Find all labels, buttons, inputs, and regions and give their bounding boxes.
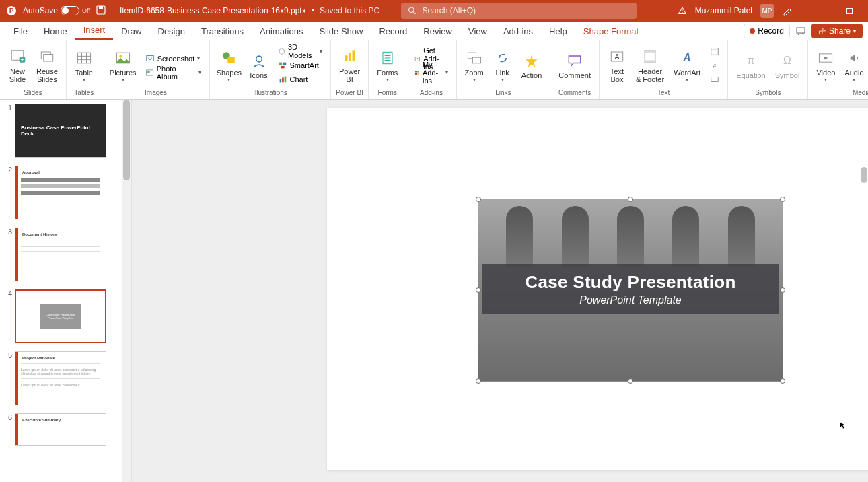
shapes-button[interactable]: Shapes ▾ bbox=[214, 42, 244, 88]
smartart-button[interactable]: SmartArt bbox=[274, 59, 326, 73]
warning-icon[interactable] bbox=[678, 6, 687, 15]
tab-record[interactable]: Record bbox=[371, 23, 415, 40]
svg-rect-49 bbox=[415, 73, 417, 74]
date-time-button[interactable] bbox=[706, 44, 723, 59]
slide-thumbnail-5[interactable]: 5 Project RationaleLorem ipsum dolor sit… bbox=[0, 347, 131, 409]
minimize-button[interactable] bbox=[801, 0, 828, 22]
audio-button[interactable]: Audio ▾ bbox=[840, 42, 867, 88]
selected-image-object[interactable]: Case Study Presentation PowerPoint Templ… bbox=[478, 199, 783, 381]
svg-rect-35 bbox=[281, 66, 284, 69]
header-footer-button[interactable]: Header & Footer bbox=[632, 42, 668, 88]
filename-dropdown-icon[interactable]: ▾ bbox=[385, 8, 388, 14]
slide-thumbnail-4[interactable]: 4 Case Study PresentationPowerPoint Temp… bbox=[0, 285, 131, 347]
slide-thumbnail-6[interactable]: 6 Executive Summary bbox=[0, 409, 131, 450]
tab-addins[interactable]: Add-ins bbox=[495, 23, 541, 40]
link-icon bbox=[493, 48, 512, 67]
svg-rect-38 bbox=[284, 77, 286, 83]
my-addins-button[interactable]: My Add-ins▾ bbox=[410, 65, 451, 79]
link-button[interactable]: Link ▾ bbox=[489, 42, 516, 88]
wordart-button[interactable]: A WordArt ▾ bbox=[670, 42, 704, 88]
tab-help[interactable]: Help bbox=[541, 23, 575, 40]
autosave-toggle[interactable]: AutoSave Off bbox=[23, 6, 90, 15]
resize-handle-tl[interactable] bbox=[476, 197, 481, 202]
slide-thumbnail-3[interactable]: 3 Document History bbox=[0, 223, 131, 285]
slide-thumbnail-1[interactable]: 1 Business Case PowerPoint Deck bbox=[0, 100, 131, 162]
search-input[interactable] bbox=[422, 6, 630, 15]
reuse-slides-button[interactable]: Reuse Slides bbox=[32, 42, 62, 88]
powerbi-button[interactable]: Power BI bbox=[335, 42, 364, 88]
zoom-button[interactable]: Zoom ▾ bbox=[461, 42, 488, 88]
record-button[interactable]: Record bbox=[744, 24, 790, 38]
svg-text:Ω: Ω bbox=[783, 55, 791, 66]
svg-rect-62 bbox=[711, 77, 719, 82]
pen-icon[interactable] bbox=[782, 5, 793, 16]
svg-rect-26 bbox=[146, 55, 153, 61]
tab-shape-format[interactable]: Shape Format bbox=[575, 23, 647, 40]
tab-slideshow[interactable]: Slide Show bbox=[311, 23, 371, 40]
tab-insert[interactable]: Insert bbox=[75, 22, 114, 40]
tab-animations[interactable]: Animations bbox=[252, 23, 311, 40]
user-name[interactable]: Muzammil Patel bbox=[695, 6, 752, 15]
svg-rect-9 bbox=[846, 8, 852, 13]
svg-rect-40 bbox=[349, 53, 351, 61]
search-box[interactable] bbox=[401, 3, 637, 19]
canvas-scrollbar-vertical[interactable] bbox=[859, 100, 868, 482]
tab-transitions[interactable]: Transitions bbox=[193, 23, 252, 40]
autosave-label: AutoSave bbox=[23, 6, 58, 15]
tab-draw[interactable]: Draw bbox=[113, 23, 149, 40]
icons-button[interactable]: Icons bbox=[246, 42, 273, 88]
slide-panel[interactable]: 1 Business Case PowerPoint Deck 2 Approv… bbox=[0, 100, 132, 482]
textbox-button[interactable]: A Text Box bbox=[604, 42, 630, 88]
resize-handle-tr[interactable] bbox=[780, 197, 785, 202]
3d-models-button[interactable]: 3D Models▾ bbox=[274, 44, 326, 59]
svg-text:P: P bbox=[9, 7, 14, 15]
tab-view[interactable]: View bbox=[460, 23, 495, 40]
resize-handle-mr[interactable] bbox=[780, 287, 785, 293]
pictures-icon bbox=[114, 48, 133, 67]
image-title-text: Case Study Presentation bbox=[525, 272, 735, 293]
new-slide-button[interactable]: New Slide bbox=[4, 42, 31, 88]
tab-review[interactable]: Review bbox=[415, 23, 460, 40]
forms-button[interactable]: Forms ▾ bbox=[373, 42, 402, 88]
share-button[interactable]: Share ▾ bbox=[811, 24, 863, 38]
slide-canvas-area[interactable]: Case Study Presentation PowerPoint Templ… bbox=[132, 100, 868, 482]
comment-button[interactable]: Comment bbox=[554, 42, 595, 88]
tab-home[interactable]: Home bbox=[36, 23, 75, 40]
zoom-icon bbox=[465, 48, 484, 67]
svg-point-4 bbox=[409, 7, 414, 12]
slide-thumbnail-2[interactable]: 2 Approval bbox=[0, 162, 131, 223]
textbox-icon: A bbox=[608, 47, 626, 66]
screenshot-button[interactable]: Screenshot▾ bbox=[141, 51, 206, 65]
slide-number-button[interactable]: # bbox=[706, 59, 723, 73]
powerbi-icon bbox=[340, 47, 359, 66]
pictures-button[interactable]: Pictures ▾ bbox=[106, 42, 140, 88]
toggle-switch[interactable] bbox=[61, 6, 79, 15]
resize-handle-br[interactable] bbox=[780, 378, 785, 384]
autosave-state: Off bbox=[82, 7, 90, 14]
document-filename[interactable]: ItemID-6658-Business Case Presentation-1… bbox=[120, 6, 306, 15]
resize-handle-ml[interactable] bbox=[476, 287, 481, 293]
photo-album-icon bbox=[145, 68, 154, 77]
table-button[interactable]: Table ▾ bbox=[71, 42, 98, 88]
resize-handle-bl[interactable] bbox=[476, 378, 481, 384]
svg-rect-50 bbox=[418, 73, 419, 74]
video-button[interactable]: Video ▾ bbox=[812, 42, 839, 88]
group-label-links: Links bbox=[495, 89, 511, 98]
resize-handle-tm[interactable] bbox=[628, 197, 633, 202]
present-icon[interactable] bbox=[795, 26, 806, 36]
svg-point-32 bbox=[256, 56, 262, 62]
action-button[interactable]: Action bbox=[517, 42, 546, 88]
slide-panel-scrollbar[interactable] bbox=[122, 100, 131, 482]
chart-button[interactable]: Chart bbox=[274, 73, 326, 87]
user-avatar[interactable]: MP bbox=[760, 4, 774, 18]
object-button[interactable] bbox=[706, 73, 723, 87]
maximize-button[interactable] bbox=[836, 0, 863, 22]
svg-text:π: π bbox=[748, 55, 755, 66]
tab-design[interactable]: Design bbox=[150, 23, 193, 40]
photo-album-button[interactable]: Photo Album▾ bbox=[141, 65, 206, 79]
tab-file[interactable]: File bbox=[5, 23, 36, 40]
symbol-button[interactable]: Ω Symbol bbox=[771, 42, 804, 88]
save-icon[interactable] bbox=[96, 5, 108, 17]
equation-button[interactable]: π Equation bbox=[732, 42, 769, 88]
resize-handle-bm[interactable] bbox=[628, 378, 633, 384]
